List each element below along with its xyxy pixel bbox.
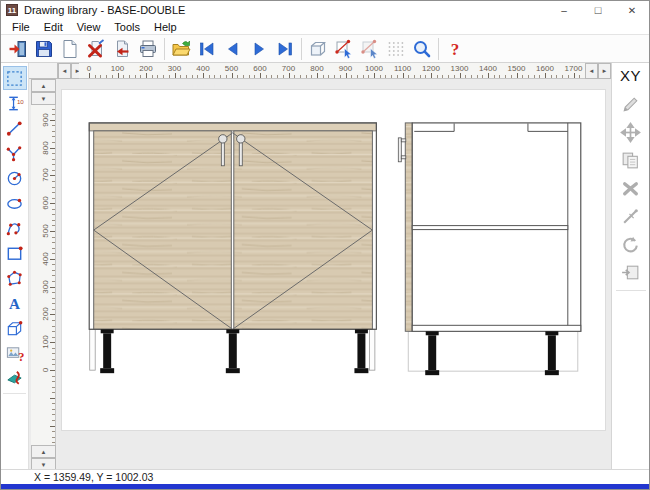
tool-rectangle[interactable] [3,241,27,265]
scroll-right-button[interactable]: ► [598,63,611,79]
side-handle [398,138,405,162]
erase-cross-icon [620,178,641,199]
tool-fill[interactable] [3,366,27,390]
go-next-button[interactable] [246,36,272,62]
help-button[interactable]: ? [442,36,468,62]
view-3d-button[interactable] [305,36,331,62]
delete-cross-icon [86,39,106,59]
new-page-icon [60,39,80,59]
window-title: Drawing library - BASE-DOUBLE [24,4,185,16]
zoom-button[interactable] [409,36,435,62]
menu-help[interactable]: Help [147,21,184,33]
edit-nodes-icon [334,39,354,59]
go-first-button[interactable] [194,36,220,62]
image-icon: ? [5,344,24,363]
tool-box-3d[interactable] [3,316,27,340]
text-icon: A [5,294,24,313]
menu-view[interactable]: View [70,21,108,33]
tool-line[interactable] [3,116,27,140]
horizontal-ruler: 0100200300400500600700800900100011001200… [79,63,585,79]
tool-rotate[interactable] [618,231,644,257]
edit-nodes-button[interactable] [331,36,357,62]
go-last-button[interactable] [272,36,298,62]
tool-erase[interactable] [618,175,644,201]
tool-move[interactable] [618,119,644,145]
scroll-left-button[interactable]: ◄ [585,63,598,79]
tool-pen[interactable] [618,91,644,117]
front-view[interactable] [89,123,376,373]
status-bar: X = 1359.49, Y = 1002.03 [1,469,649,484]
new-button[interactable] [57,36,83,62]
toolbar-separator [164,38,165,60]
cube-icon [308,39,328,59]
polyline-icon [5,144,24,163]
grid-dots-icon [386,39,406,59]
help-icon: ? [445,39,465,59]
print-button[interactable] [135,36,161,62]
snap-grid-button[interactable] [383,36,409,62]
replace-button[interactable] [109,36,135,62]
menu-tools[interactable]: Tools [107,21,147,33]
floppy-disk-icon [34,39,54,59]
tool-dimension[interactable]: 10 [3,91,27,115]
tool-text[interactable]: A [3,291,27,315]
pen-icon [620,94,641,115]
main-toolbar: ? [1,34,649,63]
tool-polyline[interactable] [3,141,27,165]
open-button[interactable] [168,36,194,62]
maximize-button[interactable]: □ [581,1,615,19]
app-icon: 11 [6,4,18,16]
tool-circle[interactable] [3,166,27,190]
scroll-left-button[interactable]: ◄ [58,63,71,79]
cursor-coordinates: X = 1359.49, Y = 1002.03 [34,471,153,483]
toolbar-separator [438,38,439,60]
scroll-up-button[interactable]: ▲ [31,445,56,458]
menu-file[interactable]: File [5,21,37,33]
palette-divider [616,290,646,291]
ellipse-icon [5,194,24,213]
menu-edit[interactable]: Edit [37,21,70,33]
tool-trim[interactable] [618,203,644,229]
svg-text:?: ? [451,40,460,59]
svg-text:?: ? [18,349,24,362]
page-arrow-icon [112,39,132,59]
exit-button[interactable] [5,36,31,62]
cabinet-drawing [62,90,605,430]
scroll-up-button[interactable]: ▲ [31,79,56,92]
tool-spline[interactable] [3,216,27,240]
drawing-viewport[interactable] [58,79,611,469]
side-view[interactable] [398,123,580,375]
tool-ellipse[interactable] [3,191,27,215]
magnifier-icon [412,39,432,59]
circle-icon [5,169,24,188]
go-previous-button[interactable] [220,36,246,62]
tool-export[interactable] [618,259,644,285]
canvas-zone: ◄ ► 010020030040050060070080090010001100… [29,63,611,469]
exit-door-icon [8,39,28,59]
drawing-page [61,89,606,431]
line-icon [5,119,24,138]
close-button[interactable]: ✕ [615,1,649,19]
minimize-button[interactable]: – [547,1,581,19]
edit-segments-button[interactable] [357,36,383,62]
copy-icon [620,150,641,171]
trim-icon [620,206,641,227]
scroll-down-button[interactable]: ▼ [31,92,56,105]
last-arrow-icon [275,39,295,59]
tool-copy[interactable] [618,147,644,173]
next-arrow-icon [249,39,269,59]
select-marquee-icon [5,69,24,88]
printer-icon [138,39,158,59]
delete-button[interactable] [83,36,109,62]
svg-text:A: A [9,294,20,311]
export-icon [620,262,641,283]
vertical-ruler: 0100200300400500600700800900 [31,105,56,445]
dimension-icon: 10 [5,94,24,113]
toolbar-separator [301,38,302,60]
spline-icon [5,219,24,238]
save-button[interactable] [31,36,57,62]
tool-select[interactable] [3,66,27,90]
svg-text:10: 10 [17,97,24,104]
tool-image[interactable]: ? [3,341,27,365]
tool-polygon[interactable] [3,266,27,290]
